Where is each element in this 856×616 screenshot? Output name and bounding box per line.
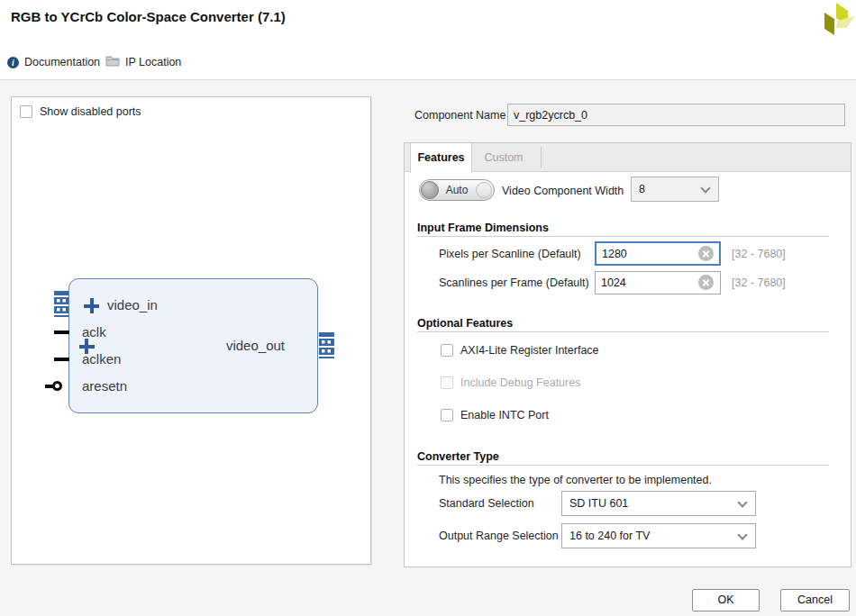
tab-custom[interactable]: Custom	[473, 143, 534, 172]
output-range-selection-value: 16 to 240 for TV	[569, 524, 650, 548]
aresetn-active-low-icon	[52, 381, 62, 391]
chevron-down-icon	[737, 497, 747, 507]
converter-type-description: This specifies the type of converter to …	[439, 474, 712, 486]
axi4-lite-checkbox[interactable]	[441, 344, 453, 357]
output-range-selection-label: Output Range Selection	[439, 530, 559, 542]
pixels-per-scanline-range: [32 - 7680]	[732, 248, 786, 260]
video-component-width-select[interactable]: 8	[631, 177, 719, 202]
scanlines-per-frame-range: [32 - 7680]	[732, 276, 786, 289]
clear-input-icon[interactable]	[698, 275, 714, 290]
page-title: RGB to YCrCb Color-Space Converter (7.1)	[11, 9, 286, 24]
standard-selection-value: SD ITU 601	[569, 492, 628, 515]
port-video-out[interactable]: video_out	[226, 337, 285, 355]
component-name-input[interactable]	[507, 104, 845, 126]
optional-features-heading: Optional Features	[417, 317, 513, 330]
cancel-button[interactable]: Cancel	[780, 589, 850, 611]
port-aresetn[interactable]: aresetn	[82, 377, 127, 395]
video-in-bus-icon[interactable]	[54, 291, 69, 320]
scanlines-per-frame-label: Scanlines per Frame (Default)	[439, 276, 589, 289]
chevron-down-icon	[737, 530, 747, 539]
documentation-label: Documentation	[24, 56, 100, 68]
include-debug-label: Include Debug Features	[460, 376, 580, 389]
show-disabled-ports-checkbox[interactable]	[20, 105, 32, 118]
auto-toggle[interactable]: Auto	[419, 179, 495, 201]
standard-selection-label: Standard Selection	[439, 497, 534, 510]
video-in-expand-icon[interactable]	[84, 298, 99, 313]
ip-block[interactable]: video_in aclk aclken aresetn video_out	[68, 278, 318, 413]
documentation-link[interactable]: i Documentation	[7, 55, 100, 69]
ip-location-label: IP Location	[125, 56, 181, 68]
tab-features[interactable]: Features	[410, 143, 472, 173]
aclken-pin-stub	[54, 358, 69, 361]
port-video-in[interactable]: video_in	[107, 296, 158, 314]
folder-icon	[105, 55, 120, 69]
output-range-selection-select[interactable]: 16 to 240 for TV	[561, 523, 756, 548]
converter-type-heading: Converter Type	[417, 450, 499, 463]
aclk-pin-stub	[54, 331, 69, 334]
chevron-down-icon	[700, 183, 710, 193]
video-component-width-label: Video Component Width	[502, 185, 624, 197]
section-divider	[417, 331, 829, 332]
pixels-per-scanline-label: Pixels per Scanline (Default)	[439, 248, 581, 260]
xilinx-logo-icon	[809, 2, 854, 41]
block-diagram-panel: Show disabled ports video_in aclk aclken…	[11, 96, 371, 565]
video-out-expand-icon[interactable]	[79, 339, 95, 354]
standard-selection-select[interactable]: SD ITU 601	[561, 491, 756, 516]
component-name-label: Component Name	[414, 109, 505, 122]
clear-input-icon[interactable]	[698, 246, 714, 261]
section-divider	[417, 465, 829, 466]
input-frame-dimensions-heading: Input Frame Dimensions	[417, 222, 549, 234]
tab-strip: Features Custom	[405, 143, 851, 172]
auto-toggle-label: Auto	[420, 180, 494, 200]
tab-separator	[541, 147, 542, 168]
info-icon: i	[7, 57, 19, 68]
axi4-lite-label: AXI4-Lite Register Interface	[460, 344, 599, 357]
dialog-header: RGB to YCrCb Color-Space Converter (7.1)…	[0, 0, 856, 80]
ip-location-link[interactable]: IP Location	[105, 55, 181, 69]
include-debug-checkbox	[441, 376, 453, 389]
enable-intc-checkbox[interactable]	[441, 409, 453, 421]
video-out-bus-icon[interactable]	[319, 332, 334, 361]
video-component-width-value: 8	[639, 177, 645, 201]
enable-intc-label: Enable INTC Port	[460, 409, 549, 421]
show-disabled-ports-label: Show disabled ports	[40, 105, 141, 118]
ok-button[interactable]: OK	[692, 589, 760, 611]
section-divider	[417, 236, 829, 237]
